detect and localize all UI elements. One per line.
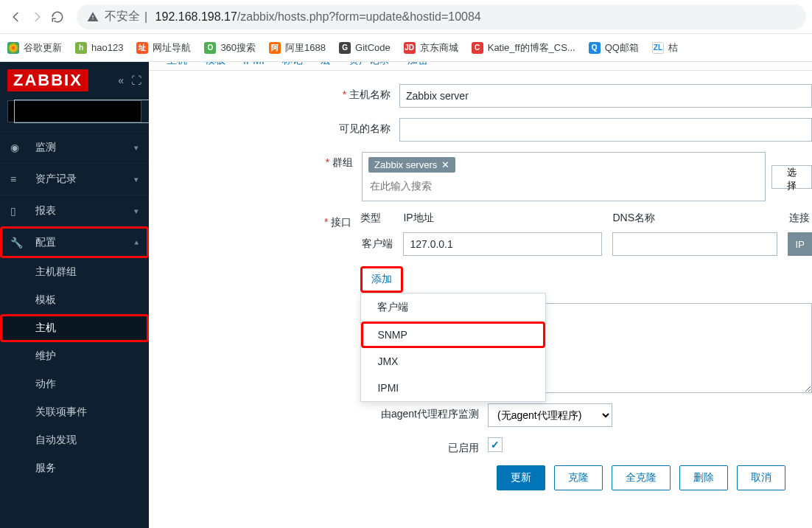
iface-ip-input[interactable] bbox=[403, 232, 602, 256]
delete-button[interactable]: 删除 bbox=[679, 465, 728, 490]
chart-icon: ▯ bbox=[10, 205, 25, 217]
iface-dns-input[interactable] bbox=[612, 232, 777, 256]
zabbix-logo[interactable]: ZABBIX bbox=[7, 69, 88, 91]
visiblename-input[interactable] bbox=[399, 118, 812, 142]
bookmark-item[interactable]: QQQ邮箱 bbox=[589, 41, 639, 55]
collapse-icon[interactable]: « bbox=[118, 74, 124, 86]
update-button[interactable]: 更新 bbox=[497, 465, 545, 490]
eye-icon: ◉ bbox=[10, 142, 25, 153]
sidebar-sub-maintenance[interactable]: 维护 bbox=[0, 342, 149, 370]
tab-macros[interactable]: 宏 bbox=[321, 62, 331, 67]
groups-label: 群组 bbox=[149, 152, 362, 170]
proxy-label: 由agent代理程序监测 bbox=[149, 403, 488, 421]
sidebar-sub-hosts[interactable]: 主机 bbox=[0, 314, 149, 342]
bookmark-item[interactable]: 阿阿里1688 bbox=[269, 41, 326, 55]
sidebar-search[interactable]: 🔍 bbox=[7, 100, 141, 122]
wrench-icon: 🔧 bbox=[10, 237, 25, 249]
bookmark-item[interactable]: GGitCode bbox=[339, 42, 391, 54]
col-dns: DNS名称 bbox=[612, 212, 789, 225]
sidebar-sub-actions[interactable]: 动作 bbox=[0, 370, 149, 398]
dd-item-jmx[interactable]: JMX bbox=[361, 348, 545, 375]
address-bar[interactable]: 不安全 | 192.168.198.17/zabbix/hosts.php?fo… bbox=[77, 4, 806, 29]
list-icon: ≡ bbox=[10, 173, 25, 185]
insecure-icon bbox=[87, 11, 99, 23]
clone-button[interactable]: 克隆 bbox=[554, 465, 603, 490]
chevron-down-icon: ▾ bbox=[134, 175, 139, 184]
bookmark-item[interactable]: CKatie_ff的博客_CS... bbox=[472, 41, 575, 55]
chevron-down-icon: ▾ bbox=[134, 143, 139, 153]
main-content: 主机 模板 IPMI 标记 宏 资产记录 加密 主机名称 可见的名称 群组 Za… bbox=[149, 62, 812, 528]
sidebar-item-reports[interactable]: ▯ 报表 ▾ bbox=[0, 195, 149, 226]
tab-encryption[interactable]: 加密 bbox=[407, 62, 428, 67]
fullclone-button[interactable]: 全克隆 bbox=[612, 465, 671, 490]
bookmark-item[interactable]: 址网址导航 bbox=[136, 41, 191, 55]
bookmark-item[interactable]: JD京东商城 bbox=[404, 41, 458, 55]
enabled-checkbox[interactable]: ✓ bbox=[488, 437, 503, 452]
sidebar-sub-discovery[interactable]: 自动发现 bbox=[0, 426, 149, 454]
groups-multiselect[interactable]: Zabbix servers✕ bbox=[362, 152, 766, 201]
sidebar-sub-correlation[interactable]: 关联项事件 bbox=[0, 398, 149, 426]
tab-host[interactable]: 主机 bbox=[167, 62, 187, 67]
url-host: 192.168.198.17 bbox=[155, 10, 237, 24]
dd-item-ipmi[interactable]: IPMI bbox=[361, 375, 545, 401]
insecure-label: 不安全 bbox=[105, 9, 140, 24]
chevron-up-icon: ▾ bbox=[134, 238, 139, 248]
bookmark-item[interactable]: 谷歌更新 bbox=[7, 41, 62, 55]
tab-templates[interactable]: 模板 bbox=[205, 62, 225, 67]
url-path: /zabbix/hosts.php?form=update&hostid=100… bbox=[237, 10, 481, 24]
tab-inventory[interactable]: 资产记录 bbox=[349, 62, 390, 67]
sidebar-sub-services[interactable]: 服务 bbox=[0, 454, 149, 482]
cancel-button[interactable]: 取消 bbox=[737, 465, 785, 490]
sidebar-item-inventory[interactable]: ≡ 资产记录 ▾ bbox=[0, 163, 149, 195]
col-ip: IP地址 bbox=[403, 212, 612, 225]
proxy-select[interactable]: (无agent代理程序) bbox=[488, 403, 612, 427]
visiblename-label: 可见的名称 bbox=[149, 118, 399, 136]
host-tabs: 主机 模板 IPMI 标记 宏 资产记录 加密 bbox=[149, 62, 812, 71]
remove-tag-icon[interactable]: ✕ bbox=[441, 159, 449, 170]
sidebar-sub-templates[interactable]: 模板 bbox=[0, 286, 149, 314]
dd-item-snmp[interactable]: SNMP bbox=[361, 322, 545, 348]
dd-item-agent[interactable]: 客户端 bbox=[361, 293, 545, 322]
bookmarks-bar: 谷歌更新 hhao123 址网址导航 O360搜索 阿阿里1688 GGitCo… bbox=[0, 34, 812, 62]
expand-icon[interactable]: ⛶ bbox=[131, 74, 141, 86]
col-conn: 连接 bbox=[789, 212, 810, 225]
bookmark-item[interactable]: O360搜索 bbox=[204, 41, 256, 55]
sidebar: ZABBIX « ⛶ 🔍 ◉ 监测 ▾ ≡ 资产记录 ▾ ▯ 报表 ▾ 🔧 配 bbox=[0, 62, 149, 528]
reload-button[interactable] bbox=[47, 7, 68, 27]
col-type: 类型 bbox=[360, 212, 403, 225]
sidebar-item-config[interactable]: 🔧 配置 ▾ bbox=[0, 226, 149, 258]
add-interface-link[interactable]: 添加 bbox=[360, 266, 403, 293]
tab-ipmi[interactable]: IPMI bbox=[243, 62, 265, 66]
bookmark-item[interactable]: ZL桔 bbox=[652, 41, 678, 55]
interface-label: 接口 bbox=[149, 212, 360, 229]
sidebar-item-monitor[interactable]: ◉ 监测 ▾ bbox=[0, 131, 149, 163]
forward-button[interactable] bbox=[27, 7, 47, 27]
back-button[interactable] bbox=[6, 7, 27, 27]
tab-tags[interactable]: 标记 bbox=[282, 62, 303, 67]
groups-search-input[interactable] bbox=[367, 174, 477, 198]
hostname-input[interactable] bbox=[399, 84, 812, 108]
sidebar-search-input[interactable] bbox=[14, 100, 156, 123]
interface-type-dropdown: 客户端 SNMP JMX IPMI bbox=[360, 293, 546, 402]
chevron-down-icon: ▾ bbox=[134, 206, 139, 216]
iface-type-value: 客户端 bbox=[360, 237, 403, 251]
hostname-label: 主机名称 bbox=[149, 84, 399, 102]
iface-conn-ip-button[interactable]: IP bbox=[788, 232, 812, 256]
browser-nav-bar: 不安全 | 192.168.198.17/zabbix/hosts.php?fo… bbox=[0, 0, 812, 34]
group-tag[interactable]: Zabbix servers✕ bbox=[368, 157, 455, 173]
bookmark-item[interactable]: hhao123 bbox=[75, 42, 123, 54]
enabled-label: 已启用 bbox=[149, 437, 488, 455]
select-groups-button[interactable]: 选择 bbox=[771, 165, 812, 189]
sidebar-sub-hostgroups[interactable]: 主机群组 bbox=[0, 258, 149, 286]
